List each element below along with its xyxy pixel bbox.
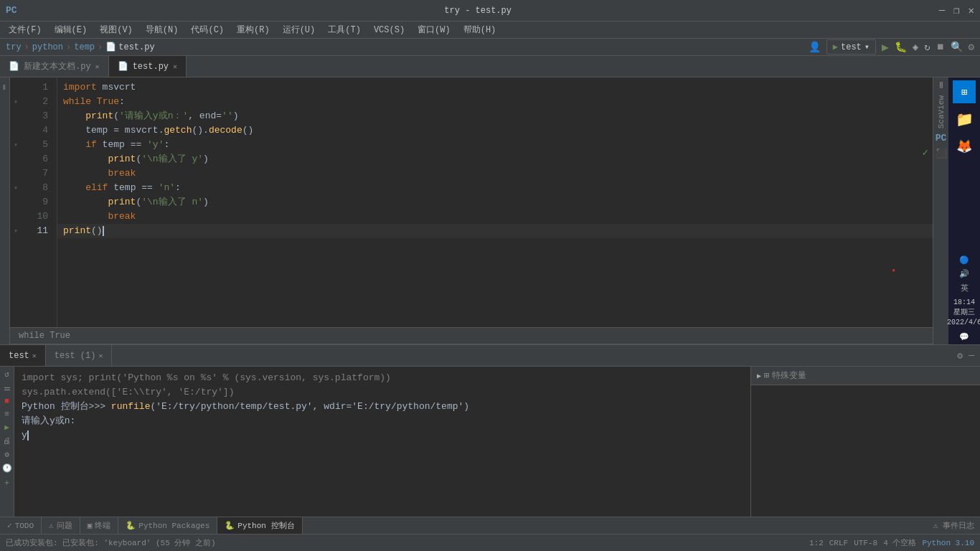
bottom-tab-test-close[interactable]: ✕ <box>32 352 37 360</box>
run-config-dropdown[interactable]: ▾ <box>864 42 870 52</box>
ln-8: 8 <box>22 181 51 195</box>
status-right: 1:2 CRLF UTF-8 4 个空格 Python 3.10 <box>809 537 974 548</box>
tab-new-text[interactable]: 📄 新建文本文档.py ✕ <box>0 56 109 77</box>
bottom-content: ↺ ⚌ ■ ≡ ▶ 🖨 ⚙ 🕐 ＋ import sys; print('Pyt… <box>0 367 980 517</box>
taskbar-lang[interactable]: 英 <box>961 283 969 293</box>
taskbar-sound[interactable]: 🔊 <box>959 269 969 278</box>
run-button[interactable]: ▶ <box>882 40 889 55</box>
menu-window[interactable]: 窗口(W) <box>412 22 456 37</box>
terminal-label: 终端 <box>95 520 110 531</box>
tool-list[interactable]: ≡ <box>4 410 9 418</box>
bc-sep2: › <box>66 42 71 52</box>
tab-icon-1: 📄 <box>9 61 19 72</box>
bottom-settings-icon[interactable]: ⚙ <box>957 350 963 362</box>
bottom-tabs-bar: test ✕ test (1) ✕ ⚙ — <box>0 345 980 367</box>
code-line-10: break <box>57 209 933 224</box>
right-icon-ext[interactable]: ⬛ <box>936 148 947 159</box>
nav-terminal[interactable]: ▣ 终端 <box>80 517 119 534</box>
terminal-output[interactable]: import sys; print('Python %s on %s' % (s… <box>14 367 750 517</box>
tool-align[interactable]: ⚌ <box>4 383 11 392</box>
editor-container: ▾ ▾ ▾ ▾ 1 2 3 4 5 <box>10 77 933 344</box>
reload-button[interactable]: ↻ <box>924 41 930 53</box>
nav-packages[interactable]: 🐍 Python Packages <box>118 517 217 534</box>
code-line-3: print('请输入y或n：', end='') <box>57 109 933 123</box>
indent-setting[interactable]: 4 个空格 <box>883 537 916 548</box>
taskbar-bluetooth[interactable]: 🔵 <box>959 255 969 265</box>
issues-label: 问题 <box>57 520 72 531</box>
bottom-tab-test1[interactable]: test (1) ✕ <box>46 345 113 366</box>
menu-refactor[interactable]: 重构(R) <box>231 22 275 37</box>
taskbar-icon-2[interactable]: 🦊 <box>953 135 976 158</box>
tool-history[interactable]: 🕐 <box>2 463 12 473</box>
run-config[interactable]: ▶ test ▾ <box>826 39 876 55</box>
run-config-label: test <box>841 42 862 52</box>
right-icon-1: Ⅱ <box>939 80 943 91</box>
close-button[interactable]: ✕ <box>969 4 974 17</box>
user-icon[interactable]: 👤 <box>809 41 821 53</box>
ln-10: 10 <box>22 209 51 224</box>
start-button[interactable]: ⊞ <box>953 80 976 103</box>
ln-4: 4 <box>22 123 51 138</box>
code-line-5: if temp == 'y': <box>57 138 933 152</box>
menu-nav[interactable]: 导航(N) <box>140 22 184 37</box>
python-version[interactable]: Python 3.10 <box>922 539 974 547</box>
tool-print[interactable]: 🖨 <box>3 436 11 446</box>
ln-5: 5 <box>22 138 51 152</box>
title-text: try - test.py <box>444 6 512 16</box>
settings-button[interactable]: ⚙ <box>969 41 974 53</box>
bottom-nav-tabs: ✓ TODO ⚠ 问题 ▣ 终端 🐍 Python Packages 🐍 Pyt… <box>0 517 303 534</box>
nav-todo[interactable]: ✓ TODO <box>0 517 42 534</box>
debug-arrow[interactable]: ▶ <box>757 372 761 380</box>
code-line-7: break <box>57 166 933 181</box>
code-line-1: import msvcrt <box>57 80 933 95</box>
taskbar-notification[interactable]: 💬 <box>959 332 969 342</box>
tab-close-1[interactable]: ✕ <box>95 62 100 71</box>
search-button[interactable]: 🔍 <box>951 41 963 53</box>
tab-test-py[interactable]: 📄 test.py ✕ <box>109 56 187 77</box>
tool-restart[interactable]: ↺ <box>4 369 9 379</box>
menu-help[interactable]: 帮助(H) <box>458 22 502 37</box>
code-line-9: print('\n输入了 n') <box>57 195 933 209</box>
tool-add[interactable]: ＋ <box>3 477 11 488</box>
code-line-4: temp = msvcrt.getch().decode() <box>57 123 933 138</box>
cursor-position[interactable]: 1:2 <box>809 539 824 547</box>
menu-vcs[interactable]: VCS(S) <box>368 24 410 37</box>
minimize-button[interactable]: — <box>939 4 945 17</box>
stop-button[interactable]: ⏹ <box>936 42 945 52</box>
line-ending[interactable]: CRLF <box>829 539 848 547</box>
encoding[interactable]: UTF-8 <box>854 539 877 547</box>
bottom-tab-test[interactable]: test ✕ <box>0 345 46 366</box>
tab-icon-2: 📄 <box>118 61 128 72</box>
menu-view[interactable]: 视图(V) <box>94 22 138 37</box>
tool-stop[interactable]: ■ <box>4 397 9 405</box>
menu-edit[interactable]: 编辑(E) <box>49 22 93 37</box>
menu-tools[interactable]: 工具(T) <box>322 22 367 37</box>
status-right-area: ⚠ 事件日志 <box>933 520 980 531</box>
bottom-panel: test ✕ test (1) ✕ ⚙ — ↺ ⚌ ■ ≡ ▶ � <box>0 344 980 517</box>
code-editor[interactable]: ▾ ▾ ▾ ▾ 1 2 3 4 5 <box>10 77 933 327</box>
tab-close-2[interactable]: ✕ <box>173 62 177 71</box>
menu-file[interactable]: 文件(F) <box>3 22 47 37</box>
bottom-left-tools: ↺ ⚌ ■ ≡ ▶ 🖨 ⚙ 🕐 ＋ <box>0 367 14 517</box>
right-icon-pc[interactable]: PC <box>936 133 947 143</box>
coverage-button[interactable]: ◈ <box>913 41 918 53</box>
event-log[interactable]: ⚠ 事件日志 <box>933 520 974 531</box>
bc-temp[interactable]: temp <box>74 42 95 52</box>
tool-gear[interactable]: ⚙ <box>4 450 9 459</box>
bc-try[interactable]: try <box>6 42 22 52</box>
bc-sep1: › <box>24 42 29 52</box>
taskbar-icon-1[interactable]: 📁 <box>953 108 976 131</box>
nav-issues[interactable]: ⚠ 问题 <box>42 517 80 534</box>
nav-console[interactable]: 🐍 Python 控制台 <box>217 517 302 534</box>
code-content[interactable]: import msvcrt while True: print('请输入y或n：… <box>57 77 933 327</box>
debug-button[interactable]: 🐛 <box>895 41 907 53</box>
bc-python[interactable]: python <box>32 42 63 52</box>
weekday-display: 星期三 <box>947 308 980 318</box>
ln-9: 9 <box>22 195 51 209</box>
tool-run[interactable]: ▶ <box>4 423 9 432</box>
maximize-button[interactable]: ❐ <box>953 4 959 17</box>
menu-run[interactable]: 运行(U) <box>277 22 321 37</box>
menu-code[interactable]: 代码(C) <box>185 22 230 37</box>
bottom-minimize-icon[interactable]: — <box>969 350 974 361</box>
bottom-tab-test1-close[interactable]: ✕ <box>98 352 103 360</box>
